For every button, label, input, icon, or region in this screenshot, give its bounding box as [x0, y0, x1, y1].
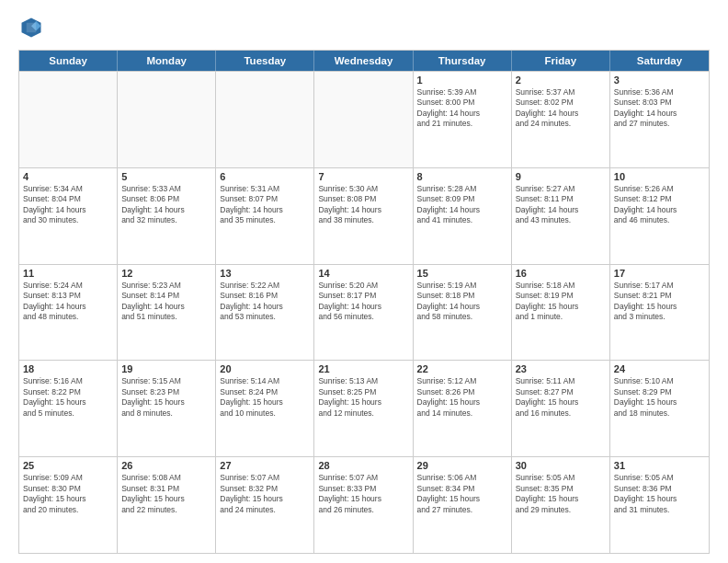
calendar-body: 1Sunrise: 5:39 AM Sunset: 8:00 PM Daylig… — [19, 71, 709, 553]
date-number: 18 — [23, 363, 113, 374]
calendar-day-14: 14Sunrise: 5:20 AM Sunset: 8:17 PM Dayli… — [314, 265, 413, 361]
calendar-day-15: 15Sunrise: 5:19 AM Sunset: 8:18 PM Dayli… — [414, 265, 512, 361]
page: SundayMondayTuesdayWednesdayThursdayFrid… — [0, 0, 728, 563]
logo — [18, 15, 48, 40]
calendar-day-13: 13Sunrise: 5:22 AM Sunset: 8:16 PM Dayli… — [216, 265, 314, 361]
cell-info: Sunrise: 5:17 AM Sunset: 8:21 PM Dayligh… — [614, 281, 705, 323]
cell-info: Sunrise: 5:30 AM Sunset: 8:08 PM Dayligh… — [318, 184, 408, 226]
date-number: 6 — [220, 171, 310, 182]
cell-info: Sunrise: 5:10 AM Sunset: 8:29 PM Dayligh… — [614, 376, 705, 419]
calendar-day-6: 6Sunrise: 5:31 AM Sunset: 8:07 PM Daylig… — [216, 168, 314, 264]
date-number: 7 — [318, 171, 408, 182]
calendar-day-26: 26Sunrise: 5:08 AM Sunset: 8:31 PM Dayli… — [118, 457, 216, 553]
calendar-day-31: 31Sunrise: 5:05 AM Sunset: 8:36 PM Dayli… — [610, 457, 709, 553]
calendar-day-2: 2Sunrise: 5:37 AM Sunset: 8:02 PM Daylig… — [512, 72, 610, 167]
date-number: 30 — [516, 460, 606, 471]
calendar-day-16: 16Sunrise: 5:18 AM Sunset: 8:19 PM Dayli… — [512, 265, 610, 361]
cell-info: Sunrise: 5:15 AM Sunset: 8:23 PM Dayligh… — [121, 376, 211, 419]
date-number: 9 — [516, 171, 606, 182]
calendar-row-5: 25Sunrise: 5:09 AM Sunset: 8:30 PM Dayli… — [19, 456, 709, 553]
cell-info: Sunrise: 5:13 AM Sunset: 8:25 PM Dayligh… — [318, 376, 408, 419]
calendar-day-17: 17Sunrise: 5:17 AM Sunset: 8:21 PM Dayli… — [610, 265, 709, 361]
calendar-day-5: 5Sunrise: 5:33 AM Sunset: 8:06 PM Daylig… — [118, 168, 216, 264]
calendar-row-3: 11Sunrise: 5:24 AM Sunset: 8:13 PM Dayli… — [19, 264, 709, 361]
calendar-day-8: 8Sunrise: 5:28 AM Sunset: 8:09 PM Daylig… — [414, 168, 512, 264]
svg-rect-2 — [27, 23, 37, 33]
calendar-day-empty — [19, 72, 118, 167]
cell-info: Sunrise: 5:06 AM Sunset: 8:34 PM Dayligh… — [417, 473, 507, 515]
day-header-friday: Friday — [512, 51, 610, 71]
cell-info: Sunrise: 5:28 AM Sunset: 8:09 PM Dayligh… — [417, 184, 507, 226]
calendar-day-22: 22Sunrise: 5:12 AM Sunset: 8:26 PM Dayli… — [414, 361, 512, 456]
date-number: 11 — [23, 268, 113, 279]
day-header-saturday: Saturday — [610, 51, 709, 71]
calendar-day-11: 11Sunrise: 5:24 AM Sunset: 8:13 PM Dayli… — [19, 265, 118, 361]
date-number: 2 — [516, 75, 606, 86]
date-number: 4 — [23, 171, 113, 182]
date-number: 5 — [121, 171, 211, 182]
calendar-day-29: 29Sunrise: 5:06 AM Sunset: 8:34 PM Dayli… — [414, 457, 512, 553]
calendar-row-2: 4Sunrise: 5:34 AM Sunset: 8:04 PM Daylig… — [19, 167, 709, 264]
cell-info: Sunrise: 5:23 AM Sunset: 8:14 PM Dayligh… — [121, 281, 211, 323]
day-header-monday: Monday — [118, 51, 216, 71]
date-number: 25 — [23, 460, 113, 471]
date-number: 27 — [220, 460, 310, 471]
calendar-day-25: 25Sunrise: 5:09 AM Sunset: 8:30 PM Dayli… — [19, 457, 118, 553]
cell-info: Sunrise: 5:26 AM Sunset: 8:12 PM Dayligh… — [614, 184, 705, 226]
calendar-day-18: 18Sunrise: 5:16 AM Sunset: 8:22 PM Dayli… — [19, 361, 118, 456]
date-number: 16 — [516, 268, 606, 279]
calendar: SundayMondayTuesdayWednesdayThursdayFrid… — [18, 50, 710, 554]
calendar-row-4: 18Sunrise: 5:16 AM Sunset: 8:22 PM Dayli… — [19, 360, 709, 456]
date-number: 8 — [417, 171, 507, 182]
date-number: 13 — [220, 268, 310, 279]
cell-info: Sunrise: 5:12 AM Sunset: 8:26 PM Dayligh… — [417, 376, 507, 419]
date-number: 29 — [417, 460, 507, 471]
calendar-row-1: 1Sunrise: 5:39 AM Sunset: 8:00 PM Daylig… — [19, 71, 709, 167]
calendar-day-empty — [314, 72, 413, 167]
logo-icon — [18, 15, 44, 40]
cell-info: Sunrise: 5:36 AM Sunset: 8:03 PM Dayligh… — [614, 87, 705, 130]
cell-info: Sunrise: 5:19 AM Sunset: 8:18 PM Dayligh… — [417, 281, 507, 323]
day-header-thursday: Thursday — [414, 51, 512, 71]
cell-info: Sunrise: 5:07 AM Sunset: 8:32 PM Dayligh… — [220, 473, 310, 515]
cell-info: Sunrise: 5:14 AM Sunset: 8:24 PM Dayligh… — [220, 376, 310, 419]
date-number: 21 — [318, 363, 408, 374]
cell-info: Sunrise: 5:37 AM Sunset: 8:02 PM Dayligh… — [516, 87, 606, 130]
calendar-day-1: 1Sunrise: 5:39 AM Sunset: 8:00 PM Daylig… — [414, 72, 512, 167]
calendar-header: SundayMondayTuesdayWednesdayThursdayFrid… — [19, 51, 709, 71]
date-number: 3 — [614, 75, 705, 86]
cell-info: Sunrise: 5:31 AM Sunset: 8:07 PM Dayligh… — [220, 184, 310, 226]
date-number: 1 — [417, 75, 507, 86]
cell-info: Sunrise: 5:07 AM Sunset: 8:33 PM Dayligh… — [318, 473, 408, 515]
day-header-sunday: Sunday — [19, 51, 118, 71]
calendar-day-10: 10Sunrise: 5:26 AM Sunset: 8:12 PM Dayli… — [610, 168, 709, 264]
cell-info: Sunrise: 5:11 AM Sunset: 8:27 PM Dayligh… — [516, 376, 606, 419]
date-number: 24 — [614, 363, 705, 374]
date-number: 15 — [417, 268, 507, 279]
calendar-day-3: 3Sunrise: 5:36 AM Sunset: 8:03 PM Daylig… — [610, 72, 709, 167]
calendar-day-empty — [118, 72, 216, 167]
calendar-day-27: 27Sunrise: 5:07 AM Sunset: 8:32 PM Dayli… — [216, 457, 314, 553]
date-number: 28 — [318, 460, 408, 471]
date-number: 19 — [121, 363, 211, 374]
cell-info: Sunrise: 5:05 AM Sunset: 8:35 PM Dayligh… — [516, 473, 606, 515]
calendar-day-4: 4Sunrise: 5:34 AM Sunset: 8:04 PM Daylig… — [19, 168, 118, 264]
date-number: 23 — [516, 363, 606, 374]
calendar-day-9: 9Sunrise: 5:27 AM Sunset: 8:11 PM Daylig… — [512, 168, 610, 264]
cell-info: Sunrise: 5:39 AM Sunset: 8:00 PM Dayligh… — [417, 87, 507, 130]
cell-info: Sunrise: 5:33 AM Sunset: 8:06 PM Dayligh… — [121, 184, 211, 226]
calendar-day-19: 19Sunrise: 5:15 AM Sunset: 8:23 PM Dayli… — [118, 361, 216, 456]
cell-info: Sunrise: 5:16 AM Sunset: 8:22 PM Dayligh… — [23, 376, 113, 419]
cell-info: Sunrise: 5:18 AM Sunset: 8:19 PM Dayligh… — [516, 281, 606, 323]
date-number: 31 — [614, 460, 705, 471]
cell-info: Sunrise: 5:34 AM Sunset: 8:04 PM Dayligh… — [23, 184, 113, 226]
cell-info: Sunrise: 5:08 AM Sunset: 8:31 PM Dayligh… — [121, 473, 211, 515]
cell-info: Sunrise: 5:20 AM Sunset: 8:17 PM Dayligh… — [318, 281, 408, 323]
calendar-day-23: 23Sunrise: 5:11 AM Sunset: 8:27 PM Dayli… — [512, 361, 610, 456]
cell-info: Sunrise: 5:05 AM Sunset: 8:36 PM Dayligh… — [614, 473, 705, 515]
cell-info: Sunrise: 5:24 AM Sunset: 8:13 PM Dayligh… — [23, 281, 113, 323]
day-header-tuesday: Tuesday — [216, 51, 314, 71]
cell-info: Sunrise: 5:27 AM Sunset: 8:11 PM Dayligh… — [516, 184, 606, 226]
date-number: 26 — [121, 460, 211, 471]
calendar-day-28: 28Sunrise: 5:07 AM Sunset: 8:33 PM Dayli… — [314, 457, 413, 553]
